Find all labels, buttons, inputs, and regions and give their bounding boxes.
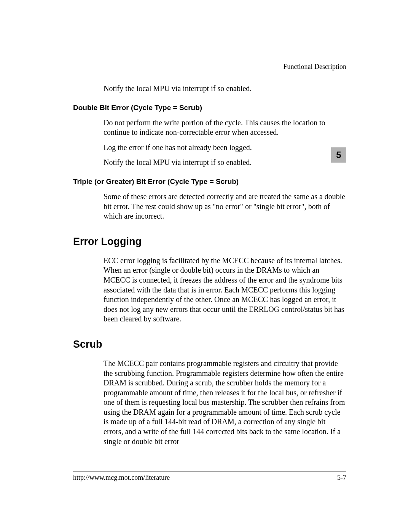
footer-url: http://www.mcg.mot.com/literature xyxy=(73,474,170,482)
footer-page-number: 5-7 xyxy=(337,474,346,482)
triple-bit-p1: Some of these errors are detected correc… xyxy=(104,192,346,221)
double-bit-p2: Log the error if one has not already bee… xyxy=(104,143,346,153)
double-bit-p3: Notify the local MPU via interrupt if so… xyxy=(104,158,346,168)
page-header: Functional Description xyxy=(73,63,346,74)
heading-scrub: Scrub xyxy=(73,339,346,350)
page-content: Notify the local MPU via interrupt if so… xyxy=(73,84,346,452)
heading-error-logging: Error Logging xyxy=(73,236,346,248)
scrub-p1: The MCECC pair contains programmable reg… xyxy=(104,359,346,446)
error-logging-p1: ECC error logging is facilitated by the … xyxy=(104,256,346,324)
page: Functional Description 5 Notify the loca… xyxy=(0,0,411,532)
intro-paragraph: Notify the local MPU via interrupt if so… xyxy=(104,84,346,94)
header-section-label: Functional Description xyxy=(73,63,346,71)
double-bit-p1: Do not perform the write portion of the … xyxy=(104,118,346,137)
header-rule xyxy=(73,74,346,74)
subheading-triple-bit: Triple (or Greater) Bit Error (Cycle Typ… xyxy=(73,177,346,186)
footer-row: http://www.mcg.mot.com/literature 5-7 xyxy=(73,474,346,482)
footer-rule xyxy=(73,471,346,471)
subheading-double-bit: Double Bit Error (Cycle Type = Scrub) xyxy=(73,104,346,112)
page-footer: http://www.mcg.mot.com/literature 5-7 xyxy=(73,471,346,482)
